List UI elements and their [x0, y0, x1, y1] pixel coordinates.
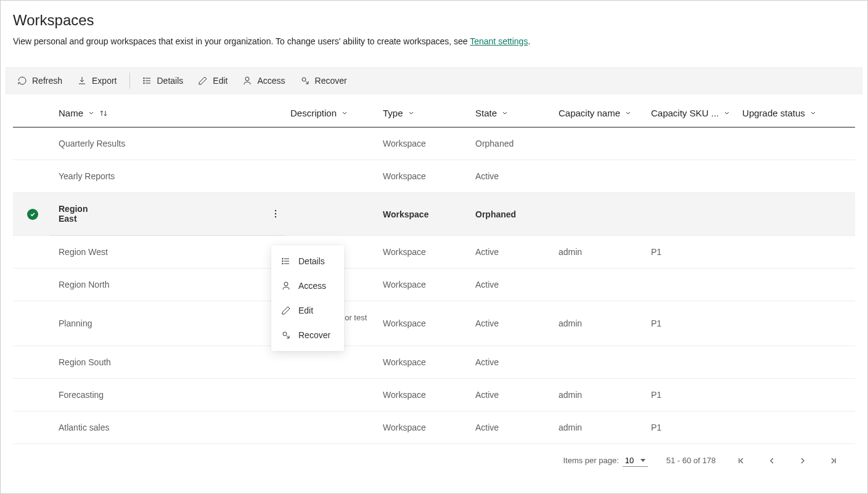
- cell-name: Yearly Reports: [59, 171, 115, 181]
- list-icon: [142, 76, 152, 86]
- cell-type: Workspace: [383, 209, 428, 219]
- table-row[interactable]: PlanningorkSpace area or test in BBTWork…: [13, 301, 855, 346]
- col-sku-label: Capacity SKU ...: [651, 108, 719, 118]
- cell-capacity-sku: P1: [651, 247, 661, 257]
- column-header-capacity-sku[interactable]: Capacity SKU ...: [645, 98, 736, 128]
- cell-name: Quarterly Results: [59, 139, 125, 148]
- col-desc-label: Description: [290, 108, 337, 118]
- cell-type: Workspace: [383, 390, 426, 400]
- row-context-menu: Details Access Edit Recover: [271, 245, 344, 351]
- cell-capacity-name: admin: [559, 423, 582, 432]
- menu-access-label: Access: [298, 281, 326, 291]
- svg-point-5: [275, 210, 276, 211]
- svg-point-8: [282, 258, 284, 259]
- edit-button[interactable]: Edit: [192, 67, 234, 94]
- pager: Items per page: 10 51 - 60 of 178: [13, 444, 855, 475]
- column-header-upgrade-status[interactable]: Upgrade status: [736, 98, 855, 128]
- subtitle-post: .: [528, 36, 530, 46]
- table-row[interactable]: Region NorthWorkspaceActive: [13, 269, 855, 301]
- cell-type: Workspace: [383, 318, 426, 328]
- check-icon: [27, 209, 38, 220]
- edit-label: Edit: [213, 76, 227, 86]
- menu-details-label: Details: [298, 256, 325, 266]
- download-icon: [77, 76, 87, 86]
- menu-recover-label: Recover: [298, 330, 330, 340]
- table-row[interactable]: Quarterly ResultsWorkspaceOrphaned: [13, 128, 855, 160]
- more-options-button[interactable]: [272, 206, 278, 221]
- menu-item-recover[interactable]: Recover: [271, 323, 344, 347]
- details-button[interactable]: Details: [136, 67, 190, 94]
- chevron-down-icon: [408, 110, 414, 116]
- pencil-icon: [281, 306, 291, 315]
- details-label: Details: [157, 76, 184, 86]
- chevron-down-icon: [625, 110, 631, 116]
- chevron-down-icon: [342, 110, 348, 116]
- table-row[interactable]: Atlantic salesWorkspaceActiveadminP1: [13, 411, 855, 443]
- prev-page-button[interactable]: [765, 454, 779, 468]
- cell-name: Region East: [59, 204, 88, 224]
- refresh-icon: [17, 76, 27, 86]
- cell-name: Planning: [59, 318, 92, 328]
- cell-capacity-sku: P1: [651, 423, 661, 432]
- svg-point-0: [143, 78, 144, 79]
- col-cap-label: Capacity name: [559, 108, 620, 118]
- tenant-settings-link[interactable]: Tenant settings: [470, 36, 528, 46]
- page-title: Workspaces: [13, 12, 855, 29]
- svg-point-9: [282, 261, 284, 262]
- access-label: Access: [257, 76, 285, 86]
- chevron-down-icon: [810, 110, 816, 116]
- svg-point-1: [143, 80, 144, 81]
- access-button[interactable]: Access: [236, 67, 291, 94]
- recover-icon: [300, 76, 310, 86]
- svg-point-11: [284, 282, 288, 286]
- next-page-button[interactable]: [796, 454, 809, 468]
- svg-point-4: [302, 78, 306, 81]
- refresh-button[interactable]: Refresh: [11, 67, 68, 94]
- first-page-button[interactable]: [734, 454, 748, 468]
- items-per-page-label: Items per page:: [563, 456, 618, 465]
- column-header-name[interactable]: Name: [50, 98, 284, 128]
- column-header-description[interactable]: Description: [284, 98, 377, 128]
- pencil-icon: [198, 76, 208, 86]
- menu-item-access[interactable]: Access: [271, 273, 344, 298]
- column-header-state[interactable]: State: [469, 98, 552, 128]
- export-button[interactable]: Export: [71, 67, 123, 94]
- table-row[interactable]: Region EastWorkspaceOrphaned: [13, 193, 855, 236]
- table-row[interactable]: Yearly ReportsWorkspaceActive: [13, 160, 855, 193]
- menu-item-edit[interactable]: Edit: [271, 298, 344, 323]
- cell-state: Active: [475, 247, 499, 257]
- cell-state: Active: [475, 390, 499, 400]
- chevron-down-icon: [502, 110, 508, 116]
- column-header-type[interactable]: Type: [377, 98, 469, 128]
- column-header-capacity-name[interactable]: Capacity name: [552, 98, 645, 128]
- cell-state: Active: [475, 423, 499, 432]
- last-page-button[interactable]: [827, 454, 840, 468]
- recover-label: Recover: [315, 76, 347, 86]
- menu-edit-label: Edit: [298, 306, 313, 315]
- recover-button[interactable]: Recover: [294, 67, 353, 94]
- cell-type: Workspace: [383, 280, 426, 290]
- sort-icon[interactable]: [99, 109, 108, 118]
- menu-item-details[interactable]: Details: [271, 249, 344, 273]
- table-row[interactable]: Region WestWorkspaceActiveadminP1: [13, 236, 855, 269]
- col-name-label: Name: [59, 108, 83, 118]
- cell-capacity-sku: P1: [651, 390, 661, 400]
- cell-capacity-name: admin: [559, 390, 582, 400]
- items-per-page-select[interactable]: 10: [623, 455, 648, 467]
- pager-range: 51 - 60 of 178: [666, 456, 716, 465]
- cell-state: Active: [475, 171, 499, 181]
- svg-point-12: [283, 332, 287, 336]
- toolbar-separator: [129, 73, 130, 89]
- workspaces-table: Name Description Type State: [13, 98, 855, 444]
- col-type-label: Type: [383, 108, 403, 118]
- chevron-down-icon: [88, 110, 94, 116]
- table-row[interactable]: Region SouthWorkspaceActive: [13, 346, 855, 378]
- chevron-down-icon: [724, 110, 730, 116]
- cell-capacity-sku: P1: [651, 318, 661, 328]
- table-row[interactable]: ForecastingWorkspaceActiveadminP1: [13, 378, 855, 411]
- toolbar: Refresh Export Details Edit Access: [6, 67, 862, 94]
- svg-point-3: [245, 77, 249, 81]
- col-upg-label: Upgrade status: [742, 108, 805, 118]
- cell-state: Orphaned: [475, 139, 514, 148]
- cell-capacity-name: admin: [559, 247, 582, 257]
